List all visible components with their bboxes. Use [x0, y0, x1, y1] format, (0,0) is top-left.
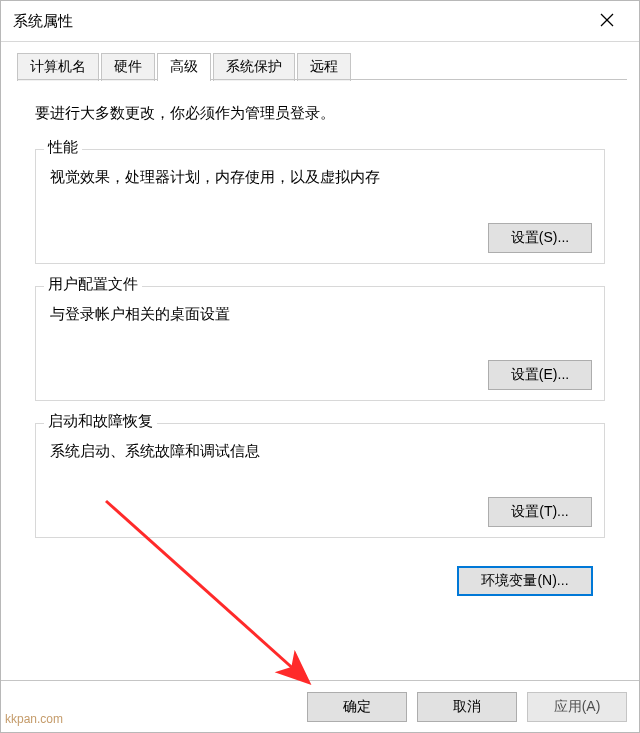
user-profiles-settings-button[interactable]: 设置(E)... [488, 360, 592, 390]
section-user-profiles-title: 用户配置文件 [44, 275, 142, 294]
close-icon [600, 13, 614, 30]
performance-settings-button[interactable]: 设置(S)... [488, 223, 592, 253]
dialog-footer: 确定 取消 应用(A) [1, 680, 639, 732]
tabpage-advanced: 要进行大多数更改，你必须作为管理员登录。 性能 视觉效果，处理器计划，内存使用，… [13, 80, 627, 680]
cancel-button[interactable]: 取消 [417, 692, 517, 722]
close-button[interactable] [587, 1, 627, 41]
titlebar: 系统属性 [1, 1, 639, 41]
environment-variables-button[interactable]: 环境变量(N)... [457, 566, 593, 596]
tabstrip: 计算机名 硬件 高级 系统保护 远程 [13, 52, 627, 80]
section-performance-title: 性能 [44, 138, 82, 157]
section-user-profiles: 用户配置文件 与登录帐户相关的桌面设置 设置(E)... [35, 286, 605, 401]
tab-advanced[interactable]: 高级 [157, 53, 211, 81]
apply-button[interactable]: 应用(A) [527, 692, 627, 722]
intro-text: 要进行大多数更改，你必须作为管理员登录。 [35, 104, 605, 123]
window-title: 系统属性 [13, 12, 587, 31]
section-startup-recovery-title: 启动和故障恢复 [44, 412, 157, 431]
dialog-body: 计算机名 硬件 高级 系统保护 远程 要进行大多数更改，你必须作为管理员登录。 … [1, 41, 639, 680]
tab-computer-name[interactable]: 计算机名 [17, 53, 99, 81]
ok-button[interactable]: 确定 [307, 692, 407, 722]
tab-system-protection[interactable]: 系统保护 [213, 53, 295, 81]
startup-recovery-settings-button[interactable]: 设置(T)... [488, 497, 592, 527]
tab-hardware[interactable]: 硬件 [101, 53, 155, 81]
system-properties-window: 系统属性 计算机名 硬件 高级 系统保护 远程 要进行大多数更改，你必须作为管理… [0, 0, 640, 733]
watermark: kkpan.com [5, 712, 63, 726]
section-performance: 性能 视觉效果，处理器计划，内存使用，以及虚拟内存 设置(S)... [35, 149, 605, 264]
tab-remote[interactable]: 远程 [297, 53, 351, 81]
env-row: 环境变量(N)... [35, 560, 605, 596]
section-startup-recovery: 启动和故障恢复 系统启动、系统故障和调试信息 设置(T)... [35, 423, 605, 538]
section-performance-desc: 视觉效果，处理器计划，内存使用，以及虚拟内存 [36, 150, 604, 187]
